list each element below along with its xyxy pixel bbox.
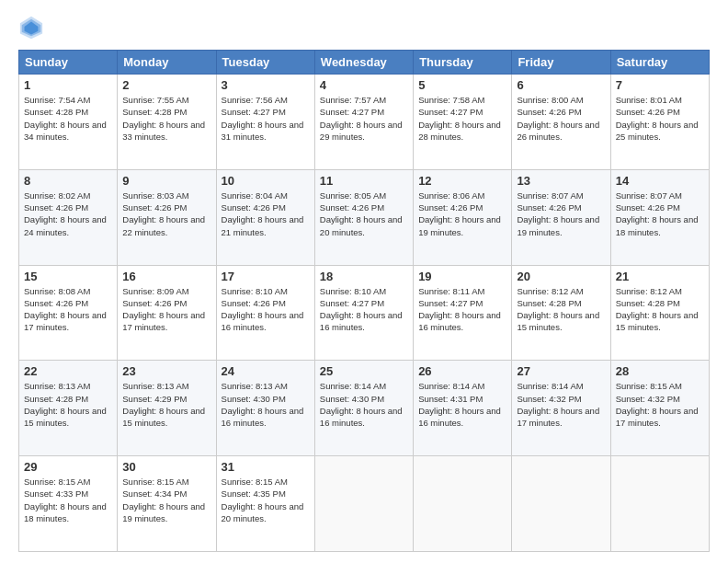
day-info: Sunrise: 8:08 AM Sunset: 4:26 PM Dayligh… <box>24 285 112 334</box>
day-number: 26 <box>418 364 506 378</box>
day-number: 9 <box>122 174 210 188</box>
page: SundayMondayTuesdayWednesdayThursdayFrid… <box>0 0 728 563</box>
day-info: Sunrise: 7:55 AM Sunset: 4:28 PM Dayligh… <box>122 94 210 143</box>
sunset-label: Sunset: 4:29 PM <box>122 394 187 404</box>
day-info: Sunrise: 8:06 AM Sunset: 4:26 PM Dayligh… <box>418 190 506 238</box>
sunrise-label: Sunrise: 8:15 AM <box>24 477 90 487</box>
calendar-cell: 25 Sunrise: 8:14 AM Sunset: 4:30 PM Dayl… <box>314 361 413 456</box>
sunset-label: Sunset: 4:26 PM <box>320 202 384 213</box>
daylight-label: Daylight: 8 hours and 15 minutes. <box>616 310 699 332</box>
sunset-label: Sunset: 4:28 PM <box>616 298 680 308</box>
calendar-header-row: SundayMondayTuesdayWednesdayThursdayFrid… <box>19 51 710 75</box>
day-number: 4 <box>320 78 408 92</box>
daylight-label: Daylight: 8 hours and 18 minutes. <box>616 214 699 236</box>
day-info: Sunrise: 8:12 AM Sunset: 4:28 PM Dayligh… <box>517 285 605 334</box>
daylight-label: Daylight: 8 hours and 19 minutes. <box>122 501 205 523</box>
daylight-label: Daylight: 8 hours and 16 minutes. <box>418 310 501 332</box>
calendar-cell: 20 Sunrise: 8:12 AM Sunset: 4:28 PM Dayl… <box>512 265 610 361</box>
calendar-cell: 24 Sunrise: 8:13 AM Sunset: 4:30 PM Dayl… <box>216 361 314 456</box>
sunrise-label: Sunrise: 8:13 AM <box>222 381 288 391</box>
sunset-label: Sunset: 4:26 PM <box>517 107 581 117</box>
daylight-label: Daylight: 8 hours and 16 minutes. <box>418 406 501 428</box>
daylight-label: Daylight: 8 hours and 15 minutes. <box>122 406 205 428</box>
sunrise-label: Sunrise: 8:15 AM <box>222 477 288 487</box>
day-number: 11 <box>320 174 408 188</box>
day-number: 14 <box>616 174 704 188</box>
calendar-cell: 5 Sunrise: 7:58 AM Sunset: 4:27 PM Dayli… <box>414 75 512 170</box>
day-info: Sunrise: 8:07 AM Sunset: 4:26 PM Dayligh… <box>616 190 704 238</box>
sunset-label: Sunset: 4:26 PM <box>24 202 88 213</box>
sunrise-label: Sunrise: 8:02 AM <box>24 190 90 201</box>
sunrise-label: Sunrise: 8:03 AM <box>122 190 188 201</box>
day-info: Sunrise: 8:04 AM Sunset: 4:26 PM Dayligh… <box>222 190 310 238</box>
sunset-label: Sunset: 4:27 PM <box>320 298 384 308</box>
daylight-label: Daylight: 8 hours and 31 minutes. <box>222 120 304 142</box>
calendar-cell: 22 Sunrise: 8:13 AM Sunset: 4:28 PM Dayl… <box>19 361 118 456</box>
calendar-cell <box>610 456 709 552</box>
calendar-cell: 4 Sunrise: 7:57 AM Sunset: 4:27 PM Dayli… <box>314 75 413 170</box>
daylight-label: Daylight: 8 hours and 16 minutes. <box>320 310 403 332</box>
calendar-cell: 28 Sunrise: 8:15 AM Sunset: 4:32 PM Dayl… <box>610 361 709 456</box>
daylight-label: Daylight: 8 hours and 16 minutes. <box>222 406 304 428</box>
calendar-cell: 31 Sunrise: 8:15 AM Sunset: 4:35 PM Dayl… <box>216 456 314 552</box>
day-info: Sunrise: 8:15 AM Sunset: 4:34 PM Dayligh… <box>122 476 210 524</box>
daylight-label: Daylight: 8 hours and 15 minutes. <box>24 406 107 428</box>
day-number: 1 <box>24 78 112 92</box>
calendar-cell: 30 Sunrise: 8:15 AM Sunset: 4:34 PM Dayl… <box>118 456 216 552</box>
daylight-label: Daylight: 8 hours and 34 minutes. <box>24 120 107 142</box>
day-number: 29 <box>24 460 112 474</box>
daylight-label: Daylight: 8 hours and 20 minutes. <box>222 501 304 523</box>
day-header-wednesday: Wednesday <box>314 51 413 75</box>
sunrise-label: Sunrise: 8:06 AM <box>418 190 484 201</box>
day-number: 18 <box>320 270 408 283</box>
sunset-label: Sunset: 4:28 PM <box>24 107 88 117</box>
sunrise-label: Sunrise: 7:55 AM <box>122 95 188 105</box>
logo-icon <box>18 15 44 40</box>
calendar-week-1: 1 Sunrise: 7:54 AM Sunset: 4:28 PM Dayli… <box>19 75 710 170</box>
sunrise-label: Sunrise: 7:58 AM <box>418 95 484 105</box>
daylight-label: Daylight: 8 hours and 21 minutes. <box>222 214 304 236</box>
calendar-cell <box>512 456 610 552</box>
day-info: Sunrise: 8:09 AM Sunset: 4:26 PM Dayligh… <box>122 285 210 334</box>
logo <box>18 15 48 40</box>
calendar-cell: 23 Sunrise: 8:13 AM Sunset: 4:29 PM Dayl… <box>118 361 216 456</box>
day-info: Sunrise: 8:02 AM Sunset: 4:26 PM Dayligh… <box>24 190 112 238</box>
day-info: Sunrise: 8:12 AM Sunset: 4:28 PM Dayligh… <box>616 285 704 334</box>
sunrise-label: Sunrise: 8:13 AM <box>122 381 188 391</box>
calendar-table: SundayMondayTuesdayWednesdayThursdayFrid… <box>18 50 710 552</box>
day-info: Sunrise: 8:14 AM Sunset: 4:32 PM Dayligh… <box>517 380 605 429</box>
day-header-tuesday: Tuesday <box>216 51 314 75</box>
sunrise-label: Sunrise: 8:14 AM <box>418 381 484 391</box>
day-number: 12 <box>418 174 506 188</box>
day-info: Sunrise: 8:14 AM Sunset: 4:30 PM Dayligh… <box>320 380 408 429</box>
day-info: Sunrise: 8:07 AM Sunset: 4:26 PM Dayligh… <box>517 190 605 238</box>
sunset-label: Sunset: 4:27 PM <box>418 107 483 117</box>
sunset-label: Sunset: 4:34 PM <box>122 488 187 499</box>
calendar-cell: 11 Sunrise: 8:05 AM Sunset: 4:26 PM Dayl… <box>314 169 413 265</box>
sunset-label: Sunset: 4:26 PM <box>418 202 483 213</box>
sunset-label: Sunset: 4:27 PM <box>418 298 483 308</box>
calendar-cell: 7 Sunrise: 8:01 AM Sunset: 4:26 PM Dayli… <box>610 75 709 170</box>
sunset-label: Sunset: 4:27 PM <box>222 107 286 117</box>
sunset-label: Sunset: 4:26 PM <box>616 107 680 117</box>
calendar-cell <box>414 456 512 552</box>
sunrise-label: Sunrise: 8:09 AM <box>122 286 188 296</box>
day-number: 21 <box>616 270 704 283</box>
calendar-week-5: 29 Sunrise: 8:15 AM Sunset: 4:33 PM Dayl… <box>19 456 710 552</box>
daylight-label: Daylight: 8 hours and 22 minutes. <box>122 214 205 236</box>
sunrise-label: Sunrise: 8:11 AM <box>418 286 484 296</box>
day-info: Sunrise: 7:56 AM Sunset: 4:27 PM Dayligh… <box>222 94 310 143</box>
daylight-label: Daylight: 8 hours and 19 minutes. <box>418 214 501 236</box>
day-number: 10 <box>222 174 310 188</box>
day-info: Sunrise: 8:10 AM Sunset: 4:27 PM Dayligh… <box>320 285 408 334</box>
day-header-friday: Friday <box>512 51 610 75</box>
day-number: 6 <box>517 78 605 92</box>
calendar-cell: 10 Sunrise: 8:04 AM Sunset: 4:26 PM Dayl… <box>216 169 314 265</box>
day-number: 25 <box>320 364 408 378</box>
day-info: Sunrise: 8:10 AM Sunset: 4:26 PM Dayligh… <box>222 285 310 334</box>
sunset-label: Sunset: 4:28 PM <box>517 298 581 308</box>
sunrise-label: Sunrise: 8:07 AM <box>517 190 583 201</box>
day-info: Sunrise: 8:13 AM Sunset: 4:30 PM Dayligh… <box>222 380 310 429</box>
sunrise-label: Sunrise: 8:08 AM <box>24 286 90 296</box>
daylight-label: Daylight: 8 hours and 25 minutes. <box>616 120 699 142</box>
